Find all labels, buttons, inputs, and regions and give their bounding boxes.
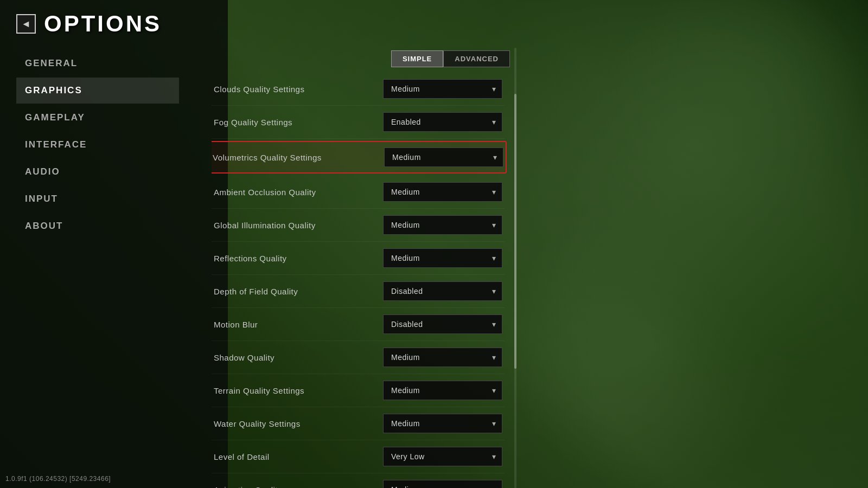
header: ◄ OPTIONS	[0, 0, 868, 48]
select-wrapper-volumetrics: LowMediumHighUltra	[384, 147, 503, 167]
select-wrapper-animation: LowMediumHigh	[383, 480, 502, 488]
sidebar-item-graphics[interactable]: GRAPHICS	[16, 78, 179, 104]
sidebar-item-general[interactable]: GENERAL	[16, 50, 179, 76]
select-clouds[interactable]: LowMediumHighUltra	[383, 79, 502, 99]
scrollbar-thumb	[514, 94, 516, 369]
setting-label-animation: Animation Quality	[214, 485, 282, 489]
setting-label-terrain: Terrain Quality Settings	[214, 386, 304, 395]
sidebar-item-interface[interactable]: INTERFACE	[16, 132, 179, 158]
setting-label-global-illumination: Global Illumination Quality	[214, 221, 316, 230]
tab-advanced[interactable]: ADVANCED	[443, 50, 510, 67]
select-wrapper-motion-blur: DisabledLowMediumHigh	[383, 314, 502, 334]
select-wrapper-lod: Very LowLowMediumHighUltra	[383, 447, 502, 466]
select-lod[interactable]: Very LowLowMediumHighUltra	[383, 447, 502, 466]
setting-row-water: Water Quality SettingsLowMediumHighUltra	[212, 407, 505, 440]
select-wrapper-water: LowMediumHighUltra	[383, 414, 502, 433]
setting-label-shadow: Shadow Quality	[214, 353, 275, 362]
select-water[interactable]: LowMediumHighUltra	[383, 414, 502, 433]
select-ambient-occlusion[interactable]: DisabledLowMediumHigh	[383, 182, 502, 202]
back-button[interactable]: ◄	[16, 14, 36, 34]
select-wrapper-reflections: DisabledLowMediumHigh	[383, 248, 502, 268]
select-shadow[interactable]: LowMediumHighUltra	[383, 348, 502, 367]
setting-label-dof: Depth of Field Quality	[214, 287, 298, 296]
setting-row-clouds: Clouds Quality SettingsLowMediumHighUltr…	[212, 73, 505, 106]
back-icon: ◄	[21, 18, 31, 30]
setting-label-reflections: Reflections Quality	[214, 254, 287, 263]
setting-row-reflections: Reflections QualityDisabledLowMediumHigh	[212, 242, 505, 275]
setting-row-dof: Depth of Field QualityDisabledLowMediumH…	[212, 275, 505, 308]
select-volumetrics[interactable]: LowMediumHighUltra	[384, 147, 503, 167]
setting-row-shadow: Shadow QualityLowMediumHighUltra	[212, 341, 505, 374]
select-wrapper-clouds: LowMediumHighUltra	[383, 79, 502, 99]
setting-row-global-illumination: Global Illumination QualityDisabledLowMe…	[212, 209, 505, 242]
select-wrapper-fog: DisabledEnabled	[383, 112, 502, 132]
main-layout: GENERALGRAPHICSGAMEPLAYINTERFACEAUDIOINP…	[0, 48, 868, 488]
select-dof[interactable]: DisabledLowMediumHigh	[383, 281, 502, 301]
settings-container: SIMPLE ADVANCED Clouds Quality SettingsL…	[179, 48, 852, 488]
setting-label-fog: Fog Quality Settings	[214, 118, 292, 127]
tab-simple[interactable]: SIMPLE	[391, 50, 443, 67]
panel-scrollbar[interactable]	[514, 48, 516, 488]
select-fog[interactable]: DisabledEnabled	[383, 112, 502, 132]
setting-label-lod: Level of Detail	[214, 452, 270, 461]
settings-panel: SIMPLE ADVANCED Clouds Quality SettingsL…	[212, 48, 510, 488]
select-wrapper-dof: DisabledLowMediumHigh	[383, 281, 502, 301]
select-wrapper-global-illumination: DisabledLowMediumHigh	[383, 215, 502, 235]
setting-label-water: Water Quality Settings	[214, 419, 301, 428]
setting-label-motion-blur: Motion Blur	[214, 320, 258, 329]
setting-label-ambient-occlusion: Ambient Occlusion Quality	[214, 188, 316, 197]
select-motion-blur[interactable]: DisabledLowMediumHigh	[383, 314, 502, 334]
select-wrapper-ambient-occlusion: DisabledLowMediumHigh	[383, 182, 502, 202]
page-title: OPTIONS	[44, 11, 162, 37]
sidebar: GENERALGRAPHICSGAMEPLAYINTERFACEAUDIOINP…	[16, 48, 179, 488]
scroll-area[interactable]: Clouds Quality SettingsLowMediumHighUltr…	[212, 73, 510, 488]
tab-bar: SIMPLE ADVANCED	[212, 48, 510, 73]
sidebar-item-input[interactable]: INPUT	[16, 186, 179, 212]
setting-label-clouds: Clouds Quality Settings	[214, 85, 304, 94]
setting-row-volumetrics: Volumetrics Quality SettingsLowMediumHig…	[212, 141, 507, 174]
sidebar-item-gameplay[interactable]: GAMEPLAY	[16, 105, 179, 131]
setting-row-fog: Fog Quality SettingsDisabledEnabled	[212, 106, 505, 139]
select-wrapper-terrain: LowMediumHighUltra	[383, 381, 502, 400]
setting-label-volumetrics: Volumetrics Quality Settings	[213, 153, 322, 162]
version-text: 1.0.9f1 (106.24532) [5249.23466]	[5, 475, 111, 483]
sidebar-item-about[interactable]: ABOUT	[16, 213, 179, 239]
setting-row-animation: Animation QualityLowMediumHigh	[212, 473, 505, 488]
select-animation[interactable]: LowMediumHigh	[383, 480, 502, 488]
setting-row-ambient-occlusion: Ambient Occlusion QualityDisabledLowMedi…	[212, 176, 505, 209]
setting-row-motion-blur: Motion BlurDisabledLowMediumHigh	[212, 308, 505, 341]
select-reflections[interactable]: DisabledLowMediumHigh	[383, 248, 502, 268]
sidebar-item-audio[interactable]: AUDIO	[16, 159, 179, 185]
select-global-illumination[interactable]: DisabledLowMediumHigh	[383, 215, 502, 235]
select-wrapper-shadow: LowMediumHighUltra	[383, 348, 502, 367]
setting-row-lod: Level of DetailVery LowLowMediumHighUltr…	[212, 440, 505, 473]
setting-row-terrain: Terrain Quality SettingsLowMediumHighUlt…	[212, 374, 505, 407]
select-terrain[interactable]: LowMediumHighUltra	[383, 381, 502, 400]
